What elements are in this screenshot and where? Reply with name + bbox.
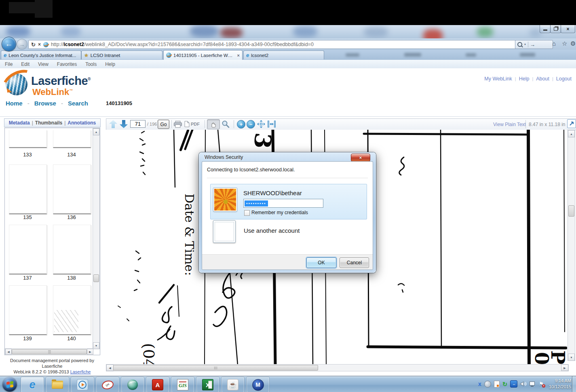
pan-hand-tool[interactable] bbox=[207, 119, 220, 129]
link-help[interactable]: Help bbox=[519, 76, 530, 82]
home-icon[interactable]: ⌂ bbox=[552, 40, 556, 46]
browser-back-button[interactable]: ← bbox=[2, 37, 16, 51]
menu-view[interactable]: View bbox=[38, 61, 49, 67]
scrollbar-thumb[interactable] bbox=[568, 205, 574, 217]
taskbar-gis[interactable]: GIS bbox=[171, 377, 194, 392]
ok-button[interactable]: OK bbox=[306, 257, 336, 268]
taskbar-clock[interactable]: 9:14 AM 10/12/2015 bbox=[544, 378, 571, 390]
taskbar-media-player[interactable] bbox=[71, 377, 94, 392]
thumbnail-page-137[interactable] bbox=[9, 225, 47, 274]
window-close-button[interactable]: × bbox=[561, 25, 575, 33]
refresh-icon[interactable]: ↻ bbox=[31, 42, 36, 48]
scrollbar-thumb[interactable] bbox=[113, 365, 318, 371]
nav-search[interactable]: Search bbox=[68, 100, 88, 107]
use-another-account[interactable]: Use another account bbox=[244, 227, 300, 234]
thumbnail-page-133[interactable] bbox=[9, 130, 47, 148]
dialog-close-button[interactable]: × bbox=[351, 154, 370, 162]
fit-width-icon[interactable] bbox=[268, 120, 276, 128]
thumbnail-page-135[interactable] bbox=[9, 164, 47, 214]
view-plain-text-link[interactable]: View Plain Text bbox=[493, 122, 526, 127]
pdf-icon[interactable] bbox=[184, 121, 190, 127]
nav-home[interactable]: Home bbox=[6, 100, 23, 107]
taskbar-adobe-reader[interactable]: A bbox=[146, 377, 169, 392]
teamviewer-tray-icon[interactable]: ↔ bbox=[510, 380, 517, 388]
thumbnail-page-138[interactable] bbox=[53, 225, 91, 274]
taskbar-java[interactable]: ☕ bbox=[222, 377, 244, 392]
tools-gear-icon[interactable]: ⚙ bbox=[570, 40, 576, 46]
globe-tray-icon[interactable] bbox=[484, 381, 491, 388]
blue-x-tray-icon[interactable]: x bbox=[478, 381, 481, 387]
go-button[interactable]: Go bbox=[158, 120, 169, 129]
nav-browse[interactable]: Browse bbox=[34, 100, 56, 107]
sync-tray-icon[interactable]: ↻ bbox=[502, 381, 508, 387]
viewer-vertical-scrollbar[interactable]: ▲ ▼ bbox=[568, 130, 575, 361]
scroll-down-icon[interactable]: ▼ bbox=[93, 342, 99, 349]
menu-tools[interactable]: Tools bbox=[85, 61, 97, 67]
credential-tile-selected[interactable]: SHERWOOD\bethear ••••••••• Remember my c… bbox=[210, 184, 367, 219]
other-account-avatar[interactable] bbox=[213, 220, 236, 243]
scroll-up-icon[interactable]: ▲ bbox=[93, 129, 99, 135]
laserfiche-link[interactable]: Laserfiche bbox=[70, 369, 91, 374]
sidebar-tab-thumbnails[interactable]: Thumbnails bbox=[35, 120, 62, 126]
scroll-right-icon[interactable]: ▶ bbox=[561, 365, 568, 371]
tab-leon-county-justice[interactable]: e Leon County's Justice Informat... bbox=[1, 51, 81, 59]
menu-help[interactable]: Help bbox=[105, 61, 115, 67]
taskbar-excel[interactable]: X bbox=[196, 377, 219, 392]
viewer-horizontal-scrollbar[interactable]: ◀ ▶ bbox=[106, 364, 569, 371]
thumbnail-page-134[interactable] bbox=[53, 130, 91, 148]
tab-laserfiche-document[interactable]: 140131905 - Laserfiche Web... × bbox=[163, 50, 243, 60]
stop-icon[interactable]: × bbox=[38, 42, 41, 47]
search-icon[interactable] bbox=[517, 42, 522, 47]
link-logout[interactable]: Logout bbox=[556, 76, 572, 82]
network-tray-icon[interactable] bbox=[530, 381, 536, 387]
scrollbar-thumb[interactable] bbox=[12, 349, 87, 354]
scroll-right-icon[interactable]: ▶ bbox=[87, 349, 93, 355]
tab-lcso-intranet[interactable]: ★ LCSO Intranet bbox=[81, 51, 162, 59]
search-dropdown-icon[interactable]: ▼ bbox=[524, 43, 526, 46]
favorites-star-icon[interactable]: ☆ bbox=[562, 40, 567, 46]
menu-file[interactable]: File bbox=[5, 61, 13, 67]
zoom-out-button[interactable]: − bbox=[247, 120, 255, 129]
page-number-input[interactable] bbox=[130, 120, 146, 128]
start-button[interactable] bbox=[2, 377, 17, 392]
pdf-label[interactable]: PDF bbox=[191, 122, 200, 126]
fit-page-icon[interactable] bbox=[257, 120, 265, 128]
tab-lcsonet2[interactable]: e lcsonet2 bbox=[243, 51, 324, 59]
thumbnail-page-139[interactable] bbox=[9, 285, 47, 335]
window-restore-button[interactable] bbox=[550, 25, 561, 33]
link-about[interactable]: About bbox=[536, 76, 549, 82]
password-input[interactable]: ••••••••• bbox=[243, 199, 323, 208]
fullscreen-expand-icon[interactable] bbox=[567, 119, 576, 128]
show-desktop-button[interactable] bbox=[572, 376, 576, 392]
thumbnail-page-136[interactable] bbox=[53, 164, 91, 214]
print-icon[interactable] bbox=[174, 121, 182, 128]
scroll-left-icon[interactable]: ◀ bbox=[106, 365, 114, 371]
menu-edit[interactable]: Edit bbox=[21, 61, 30, 67]
sidebar-tab-annotations[interactable]: Annotations bbox=[68, 120, 96, 126]
tab-close-icon[interactable]: × bbox=[237, 53, 240, 58]
taskbar-snipping-tool[interactable]: ✂ bbox=[96, 377, 119, 392]
cancel-button[interactable]: Cancel bbox=[340, 257, 369, 268]
zoom-in-button[interactable]: + bbox=[237, 120, 245, 129]
taskbar-windows-explorer[interactable] bbox=[46, 377, 69, 392]
browser-forward-button[interactable]: → bbox=[17, 39, 27, 50]
menu-favorites[interactable]: Favorites bbox=[57, 61, 77, 67]
window-minimize-button[interactable] bbox=[540, 25, 551, 33]
link-my-weblink[interactable]: My WebLink bbox=[484, 76, 512, 82]
scrollbar-thumb[interactable] bbox=[93, 274, 99, 282]
taskbar-motorola[interactable]: M bbox=[247, 377, 269, 392]
thumbnail-page-140[interactable] bbox=[53, 285, 91, 335]
sidebar-horizontal-scrollbar[interactable]: ◀ ▶ bbox=[5, 348, 93, 355]
search-go-icon[interactable]: → bbox=[530, 42, 535, 48]
taskbar-sphere-app[interactable] bbox=[121, 377, 144, 392]
browser-titlebar[interactable] bbox=[0, 25, 576, 38]
scroll-down-icon[interactable]: ▼ bbox=[568, 354, 575, 361]
address-input[interactable]: ↻ × http://lcsonet2/weblink8_AD/DocView.… bbox=[28, 40, 516, 49]
taskbar-internet-explorer[interactable]: e bbox=[21, 377, 44, 392]
action-center-flag-icon[interactable]: ⚑ bbox=[538, 381, 544, 387]
remember-credentials-checkbox[interactable] bbox=[244, 210, 250, 216]
java-quickstart-tray-icon[interactable] bbox=[494, 381, 500, 388]
zoom-select-icon[interactable] bbox=[222, 120, 230, 128]
sidebar-vertical-scrollbar[interactable]: ▲ ▼ bbox=[93, 128, 100, 349]
scroll-left-icon[interactable]: ◀ bbox=[5, 349, 12, 355]
